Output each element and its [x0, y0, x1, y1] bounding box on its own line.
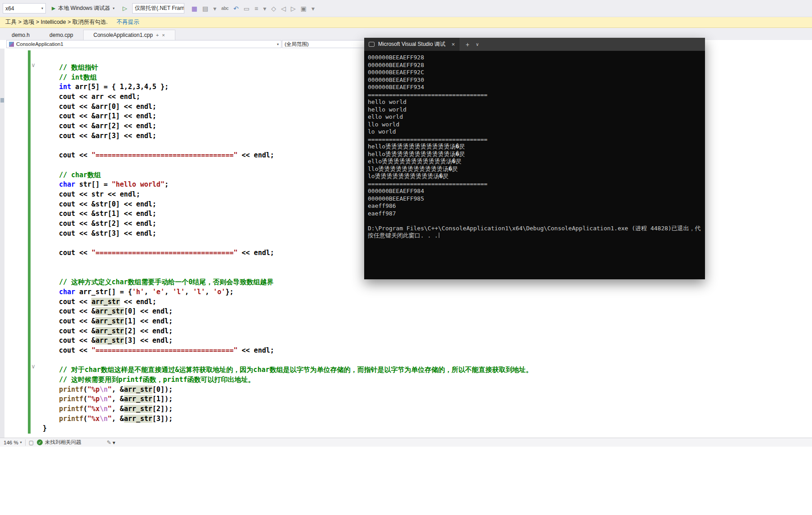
close-icon[interactable]: ×: [162, 32, 165, 38]
brush-icon: ✎: [107, 439, 111, 446]
platform-combo-value: x64: [5, 5, 14, 12]
console-line: [368, 217, 705, 225]
chevron-down-icon: ▾: [113, 439, 116, 446]
console-line: D:\Program Files\C++\ConsoleApplication1…: [368, 225, 705, 233]
code-line: printf("%p\n", &arr_str[0]);: [43, 385, 533, 395]
document-health-indicator[interactable]: ✓ 未找到相关问题: [37, 439, 81, 446]
tab-label: demo.cpp: [49, 32, 73, 38]
console-line: ==================================: [368, 91, 705, 99]
console-line: hello烫烫烫烫烫烫烫烫烫烫烫汤�昃: [368, 143, 705, 151]
code-line: cout << &arr_str[0] << endl;: [43, 307, 533, 317]
chevron-down-icon[interactable]: ∨: [476, 42, 479, 47]
console-line: 000000BEEAEFF934: [368, 84, 705, 91]
tab-consoleapplication1-cpp[interactable]: ConsoleApplication1.cpp + ×: [83, 30, 175, 40]
console-line: eaeff987: [368, 210, 705, 218]
margin-marker: [0, 98, 4, 103]
chevron-down-icon: ▾: [277, 42, 279, 46]
editor-status-bar: 146 % ▾ ▢ ✓ 未找到相关问题 ✎ ▾: [0, 438, 812, 447]
zoom-value: 146 %: [4, 440, 18, 445]
console-line: 按任意键关闭此窗口. . .: [368, 232, 705, 240]
code-line: cout << &arr_str[1] << endl;: [43, 317, 533, 327]
prev-bookmark-icon[interactable]: ◁: [281, 5, 286, 12]
fold-chevron-icon[interactable]: ∨: [30, 363, 37, 370]
console-line: eaeff986: [368, 202, 705, 210]
console-tab-title: Microsoft Visual Studio 调试: [378, 40, 445, 48]
ide-window-icon[interactable]: ▦: [192, 5, 197, 12]
code-line: cout << &arr_str[2] << endl;: [43, 327, 533, 336]
console-output: 000000BEEAEFF928000000BEEAEFF928000000BE…: [364, 51, 705, 279]
console-line: hello world: [368, 99, 705, 106]
navigate-back-icon[interactable]: ↶: [233, 5, 239, 12]
code-line: char arr_str[] = {'h', 'e', 'l', 'l', 'o…: [43, 287, 533, 297]
console-line: ello world: [368, 113, 705, 121]
divider: [25, 439, 26, 446]
code-line: // 这时候需要用到printf函数，printf函数可以打印出地址。: [43, 375, 533, 385]
group-dropdown-icon[interactable]: ▾: [263, 5, 266, 12]
start-without-debug-icon[interactable]: ▷: [120, 5, 129, 12]
close-icon[interactable]: ×: [449, 41, 455, 48]
notification-text: 工具 > 选项 > Intellicode > 取消所有勾选.: [5, 18, 108, 26]
health-label: 未找到相关问题: [45, 439, 81, 446]
start-debug-button[interactable]: ▶ 本地 Windows 调试器 ▾: [49, 3, 118, 14]
code-line: }: [43, 424, 533, 434]
debug-console-window: Microsoft Visual Studio 调试 × + ∨ 000000B…: [364, 38, 705, 279]
code-line: [43, 356, 533, 366]
console-line: llo world: [368, 121, 705, 129]
console-line: ==================================: [368, 136, 705, 143]
code-line: cout << arr_str << endl;: [43, 297, 533, 307]
chevron-down-icon: ▾: [20, 440, 22, 444]
spellcheck-icon[interactable]: abc: [221, 6, 228, 11]
tab-demo-h[interactable]: demo.h: [2, 30, 40, 40]
save-dropdown-icon[interactable]: ▾: [213, 5, 216, 12]
scope-combo-value: (全局范围): [285, 41, 309, 48]
check-icon: ✓: [37, 439, 43, 445]
chevron-down-icon: ▾: [113, 6, 115, 10]
bookmarks-window-icon[interactable]: ▣: [301, 5, 307, 12]
tab-label: demo.h: [12, 32, 30, 38]
project-combo[interactable]: ConsoleApplication1 ▾: [6, 40, 281, 48]
intellicode-notification-bar: 工具 > 选项 > Intellicode > 取消所有勾选. 不再提示: [0, 17, 812, 28]
fold-chevron-icon[interactable]: ∨: [30, 62, 37, 68]
platform-combo[interactable]: x64 ▾: [3, 3, 46, 13]
terminal-icon: [369, 42, 375, 47]
monitor-icon[interactable]: ▢: [29, 439, 34, 446]
pin-icon[interactable]: +: [156, 32, 159, 38]
editor-left-margin: [0, 49, 4, 438]
main-toolbar: x64 ▾ ▶ 本地 Windows 调试器 ▾ ▷ 仅限托管(.NET Fra…: [0, 0, 812, 17]
console-tab[interactable]: Microsoft Visual Studio 调试 ×: [364, 38, 460, 51]
console-line: 000000BEEAEFF92C: [368, 69, 705, 76]
console-line: llo烫烫烫烫烫烫烫烫烫烫烫汤�昃: [368, 166, 705, 173]
tab-demo-cpp[interactable]: demo.cpp: [40, 30, 83, 40]
start-debug-label: 本地 Windows 调试器: [58, 4, 110, 12]
code-line: printf("%p\n", &arr_str[1]);: [43, 394, 533, 404]
managed-combo-value: 仅限托管(.NET Fram: [135, 4, 184, 12]
console-line: hello烫烫烫烫烫烫烫烫烫烫烫汤�昃: [368, 151, 705, 158]
project-icon: [9, 42, 14, 47]
dont-show-again-link[interactable]: 不再提示: [117, 18, 139, 26]
console-line: 000000BEEAEFF984: [368, 188, 705, 195]
project-combo-value: ConsoleApplication1: [16, 41, 63, 47]
zoom-combo[interactable]: 146 % ▾: [4, 440, 22, 445]
console-line: 000000BEEAEFF985: [368, 195, 705, 203]
code-line: cout << "===============================…: [43, 346, 533, 356]
managed-combo[interactable]: 仅限托管(.NET Fram ▾: [132, 3, 184, 13]
save-icon[interactable]: ▤: [202, 5, 208, 12]
console-line: lo world: [368, 128, 705, 136]
list-icon[interactable]: ≡: [254, 5, 258, 12]
console-line: ello烫烫烫烫烫烫烫烫烫烫烫汤�昃: [368, 158, 705, 166]
wrap-icon[interactable]: ▭: [244, 5, 250, 12]
toolbar-icons: ▦▤▾abc↶▭≡▾◇◁▷▣▾: [192, 5, 315, 12]
tab-label: ConsoleApplication1.cpp: [94, 32, 153, 38]
bookmark-icon[interactable]: ◇: [271, 5, 276, 12]
code-line: cout << &arr_str[3] << endl;: [43, 336, 533, 346]
code-cleanup-button[interactable]: ✎ ▾: [107, 439, 115, 446]
console-line: hello world: [368, 106, 705, 114]
next-bookmark-icon[interactable]: ▷: [291, 5, 296, 12]
console-line: 000000BEEAEFF928: [368, 62, 705, 69]
new-tab-icon[interactable]: +: [466, 41, 469, 48]
chevron-down-icon: ▾: [39, 6, 43, 10]
console-titlebar[interactable]: Microsoft Visual Studio 调试 × + ∨: [364, 38, 705, 51]
console-line: ==================================: [368, 180, 705, 188]
code-line: // 对于char数组这样是不能直接通过&运算符获取地址的，因为char数组是以…: [43, 365, 533, 375]
overflow-dropdown-icon[interactable]: ▾: [312, 5, 315, 12]
